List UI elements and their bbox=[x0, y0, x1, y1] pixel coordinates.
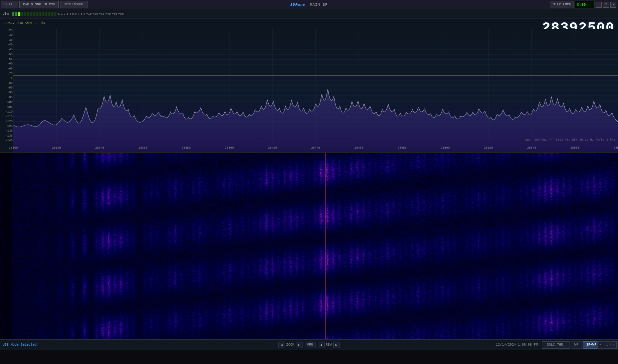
pwr-csv-button[interactable]: PWR & SNR TO CSV bbox=[19, 1, 59, 8]
sett-button[interactable]: SETT. bbox=[1, 1, 18, 8]
waterfall-container[interactable]: USB Mode Selected SP WF SP+WF COMBO ◀ ZO… bbox=[0, 153, 618, 350]
freq-axis-label: 28520 bbox=[484, 146, 493, 150]
s-bar-6 bbox=[27, 12, 30, 16]
freq-axis-label: 28360 bbox=[139, 146, 148, 150]
s-bar-8 bbox=[33, 12, 36, 16]
datetime: 12/14/2024 1:00:08 PM bbox=[496, 343, 538, 347]
y-axis-label: -40 bbox=[1, 43, 13, 46]
waterfall-cursor-line bbox=[166, 153, 166, 339]
y-axis-label: -120 bbox=[1, 120, 13, 123]
s-bar-1 bbox=[12, 12, 15, 16]
y-axis-label: -60 bbox=[1, 62, 13, 65]
y-axis-label: -70 bbox=[1, 72, 13, 75]
waterfall-cursor-line-2 bbox=[326, 153, 326, 339]
freq-axis-label: 28380 bbox=[182, 146, 191, 150]
status-text: USB Mode Selected bbox=[3, 343, 37, 347]
s-meter-labels: S 1 2 3 4 5 6 7 8 9 +10 +20 +30 +40 +50 … bbox=[58, 12, 124, 16]
freq-axis-label: 28300 bbox=[9, 146, 18, 150]
y-axis-label: -125 bbox=[1, 125, 13, 128]
bottom-ctrl-2[interactable]: □ bbox=[604, 341, 610, 349]
waterfall-canvas bbox=[0, 153, 618, 350]
span-info: Span 300 kHz FFT 8192 Pts RBW 36.62 Hz M… bbox=[525, 138, 615, 142]
y-axis-label: -80 bbox=[1, 81, 13, 85]
y-axis-label: -135 bbox=[1, 134, 13, 138]
noise-threshold-line bbox=[13, 75, 618, 75]
screenshot-button[interactable]: SCREENSHOT bbox=[60, 1, 87, 8]
freq-axis-label: 28320 bbox=[52, 146, 61, 150]
close-button[interactable]: ✕ bbox=[610, 2, 616, 8]
freq-axis-label: 28560 bbox=[570, 146, 579, 150]
info-bar: dBm S 1 2 3 4 5 6 7 8 bbox=[0, 9, 618, 19]
y-axis-label: -130 bbox=[1, 129, 13, 133]
s-bar-5 bbox=[24, 12, 27, 16]
s-bar-11 bbox=[42, 12, 45, 16]
s-bar-3 bbox=[18, 12, 21, 16]
s-bar-2 bbox=[15, 12, 18, 16]
y-axis-label: -50 bbox=[1, 53, 13, 56]
y-axis-label: -100 bbox=[1, 101, 13, 104]
s-bar-15 bbox=[54, 12, 57, 16]
s-bar-10 bbox=[39, 12, 42, 16]
y-axis-label: -90 bbox=[1, 91, 13, 94]
s-bar-14 bbox=[51, 12, 54, 16]
y-axis-label: -75 bbox=[1, 76, 13, 80]
step-lock-button[interactable]: STEP LOCK bbox=[550, 1, 574, 8]
freq-axis-label: 28580 bbox=[613, 146, 618, 150]
titlebar: SETT. PWR & SNR TO CSV SCREENSHOT SDRuno… bbox=[0, 0, 618, 9]
freq-axis-label: 28540 bbox=[527, 146, 536, 150]
s-bar-12 bbox=[45, 12, 48, 16]
freq-axis-label: 28420 bbox=[268, 146, 277, 150]
minimize-button[interactable]: − bbox=[596, 2, 602, 8]
s-bar-7 bbox=[30, 12, 33, 16]
bottom-ctrl-3[interactable]: ✕ bbox=[611, 341, 617, 349]
sqlc-button[interactable]: SQLC THR. bbox=[542, 341, 570, 349]
y-axis-label: -35 bbox=[1, 38, 13, 42]
bottom-ctrl-1[interactable]: − bbox=[597, 341, 603, 349]
y-axis-label: -20 bbox=[1, 29, 13, 32]
s-bar-13 bbox=[48, 12, 51, 16]
y-axis-label: -55 bbox=[1, 57, 13, 61]
spectrum-canvas[interactable] bbox=[13, 29, 618, 152]
freq-axis-label: 28440 bbox=[311, 146, 320, 150]
rbw-label: RBW bbox=[325, 343, 333, 347]
y-axis-label: -45 bbox=[1, 48, 13, 51]
y-axis-label: -95 bbox=[1, 96, 13, 99]
y-axis-label: -105 bbox=[1, 106, 13, 109]
y-axis-label: -65 bbox=[1, 67, 13, 70]
y-axis: -20-30-35-40-45-50-55-60-65-70-75-80-85-… bbox=[0, 29, 13, 142]
step-lock-area: STEP LOCK 0:00 − □ ✕ bbox=[550, 1, 617, 8]
bottom-right: 12/14/2024 1:00:08 PM SQLC THR. − □ ✕ bbox=[496, 341, 617, 349]
maximize-button[interactable]: □ bbox=[603, 2, 609, 8]
freq-axis-label: 28480 bbox=[398, 146, 407, 150]
zoom-label: ZOOM bbox=[285, 343, 295, 347]
bottom-bar: USB Mode Selected SP WF SP+WF COMBO ◀ ZO… bbox=[0, 339, 618, 350]
cursor-line bbox=[166, 29, 166, 142]
signal-meter bbox=[12, 12, 57, 16]
freq-axis-label: 28340 bbox=[95, 146, 104, 150]
rbw-right-button[interactable]: ▶ bbox=[333, 342, 340, 348]
freq-axis-label: 28400 bbox=[225, 146, 234, 150]
freq-axis: 2830028320283402836028380284002842028440… bbox=[13, 143, 618, 152]
zoom-controls: ◀ ZOOM ▶ bbox=[278, 342, 302, 348]
vfo-button[interactable]: VFO bbox=[304, 342, 315, 348]
zoom-left-button[interactable]: ◀ bbox=[278, 342, 285, 348]
rbw-controls: ◀ RBW ▶ bbox=[318, 342, 340, 348]
freq-axis-label: 28500 bbox=[441, 146, 450, 150]
y-axis-label: -85 bbox=[1, 86, 13, 89]
s-bar-4 bbox=[21, 12, 24, 16]
y-axis-label: -140 bbox=[1, 139, 13, 142]
app-title: SDRuno MAIN SP bbox=[290, 3, 328, 7]
step-lock-display: 0:00 bbox=[575, 1, 595, 8]
noise-floor-text: -106.7 dBm SNR: -- dB bbox=[3, 21, 45, 25]
spectrum-container: dBm S 1 2 3 4 5 6 7 8 bbox=[0, 9, 618, 153]
zoom-right-button[interactable]: ▶ bbox=[295, 342, 302, 348]
y-axis-label: -30 bbox=[1, 33, 13, 37]
s-bar-9 bbox=[36, 12, 39, 16]
rbw-left-button[interactable]: ◀ bbox=[318, 342, 325, 348]
db-label: dBm bbox=[3, 12, 9, 16]
freq-axis-label: 28460 bbox=[354, 146, 363, 150]
wf-y-labels bbox=[0, 153, 12, 350]
y-axis-label: -115 bbox=[1, 115, 13, 118]
y-axis-label: -110 bbox=[1, 110, 13, 114]
